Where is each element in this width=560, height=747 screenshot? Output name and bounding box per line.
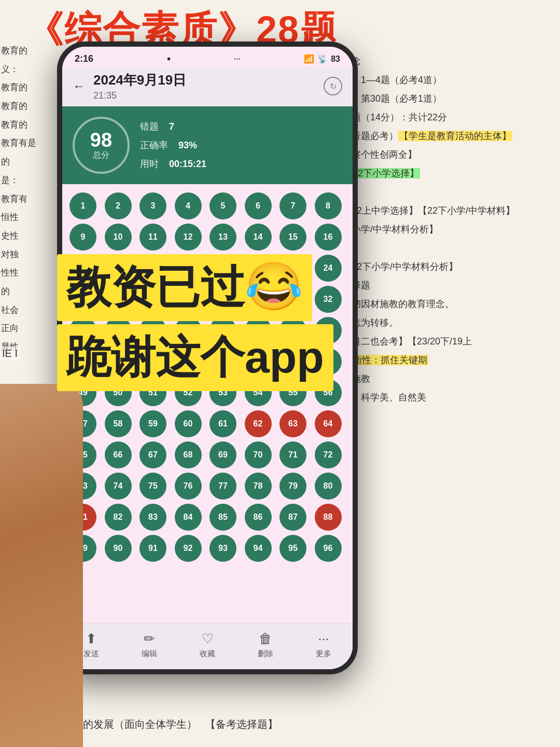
question-bubble-29[interactable]: 29 xyxy=(209,286,236,313)
question-bubble-50[interactable]: 50 xyxy=(105,379,132,406)
refresh-icon[interactable]: ↻ xyxy=(324,77,342,95)
question-bubble-30[interactable]: 30 xyxy=(245,286,272,313)
question-bubble-63[interactable]: 63 xyxy=(279,410,306,437)
question-bubble-18[interactable]: 18 xyxy=(105,255,132,282)
toolbar-collect[interactable]: ♡ 收藏 xyxy=(200,631,215,659)
toolbar-send[interactable]: ⬆ 发送 xyxy=(83,631,99,659)
question-bubble-40[interactable]: 40 xyxy=(315,317,342,344)
question-bubble-37[interactable]: 37 xyxy=(209,317,236,344)
question-bubble-33[interactable]: 33 xyxy=(69,317,96,344)
question-bubble-25[interactable]: 25 xyxy=(69,286,96,313)
question-bubble-1[interactable]: 1 xyxy=(69,192,96,219)
question-bubble-11[interactable]: 11 xyxy=(139,224,166,251)
question-bubble-23[interactable]: 23 xyxy=(279,255,306,282)
question-bubble-60[interactable]: 60 xyxy=(175,410,202,437)
question-bubble-85[interactable]: 85 xyxy=(209,504,236,531)
question-bubble-77[interactable]: 77 xyxy=(209,473,236,500)
question-bubble-7[interactable]: 7 xyxy=(279,192,306,219)
question-bubble-51[interactable]: 51 xyxy=(139,379,166,406)
question-bubble-42[interactable]: 42 xyxy=(105,348,132,375)
question-bubble-36[interactable]: 36 xyxy=(175,317,202,344)
question-bubble-10[interactable]: 10 xyxy=(105,224,132,251)
more-icon: ··· xyxy=(318,631,329,647)
question-bubble-28[interactable]: 28 xyxy=(175,286,202,313)
question-bubble-9[interactable]: 9 xyxy=(69,224,96,251)
back-button[interactable]: ← xyxy=(73,79,85,93)
question-bubble-86[interactable]: 86 xyxy=(245,504,272,531)
question-bubble-58[interactable]: 58 xyxy=(105,410,132,437)
question-bubble-90[interactable]: 90 xyxy=(105,535,132,562)
question-bubble-19[interactable]: 19 xyxy=(139,255,166,282)
question-bubble-83[interactable]: 83 xyxy=(139,504,166,531)
question-bubble-64[interactable]: 64 xyxy=(315,410,342,437)
question-bubble-56[interactable]: 56 xyxy=(315,379,342,406)
question-bubble-31[interactable]: 31 xyxy=(279,286,306,313)
question-bubble-66[interactable]: 66 xyxy=(105,441,132,468)
question-bubble-3[interactable]: 3 xyxy=(139,192,166,219)
question-bubble-43[interactable]: 43 xyxy=(139,348,166,375)
question-bubble-59[interactable]: 59 xyxy=(139,410,166,437)
question-bubble-39[interactable]: 39 xyxy=(279,317,306,344)
question-bubble-48[interactable]: 48 xyxy=(315,348,342,375)
question-bubble-68[interactable]: 68 xyxy=(175,441,202,468)
question-bubble-6[interactable]: 6 xyxy=(245,192,272,219)
question-bubble-93[interactable]: 93 xyxy=(209,535,236,562)
ie-indicator: IE I xyxy=(0,347,20,361)
toolbar-edit[interactable]: ✏ 编辑 xyxy=(142,631,157,659)
question-bubble-8[interactable]: 8 xyxy=(315,192,342,219)
question-bubble-75[interactable]: 75 xyxy=(139,473,166,500)
question-bubble-13[interactable]: 13 xyxy=(209,224,236,251)
question-bubble-78[interactable]: 78 xyxy=(245,473,272,500)
question-bubble-34[interactable]: 34 xyxy=(105,317,132,344)
question-bubble-53[interactable]: 53 xyxy=(209,379,236,406)
question-bubble-76[interactable]: 76 xyxy=(175,473,202,500)
question-bubble-5[interactable]: 5 xyxy=(209,192,236,219)
toolbar-more[interactable]: ··· 更多 xyxy=(316,631,331,659)
question-bubble-55[interactable]: 55 xyxy=(279,379,306,406)
question-bubble-67[interactable]: 67 xyxy=(139,441,166,468)
question-bubble-21[interactable]: 21 xyxy=(209,255,236,282)
question-bubble-91[interactable]: 91 xyxy=(139,535,166,562)
question-bubble-84[interactable]: 84 xyxy=(175,504,202,531)
question-bubble-96[interactable]: 96 xyxy=(315,535,342,562)
question-bubble-12[interactable]: 12 xyxy=(175,224,202,251)
question-bubble-47[interactable]: 47 xyxy=(279,348,306,375)
question-bubble-88[interactable]: 88 xyxy=(315,504,342,531)
question-bubble-17[interactable]: 17 xyxy=(69,255,96,282)
question-bubble-41[interactable]: 41 xyxy=(69,348,96,375)
question-bubble-15[interactable]: 15 xyxy=(279,224,306,251)
question-bubble-22[interactable]: 22 xyxy=(245,255,272,282)
question-bubble-72[interactable]: 72 xyxy=(315,441,342,468)
question-bubble-38[interactable]: 38 xyxy=(245,317,272,344)
question-bubble-92[interactable]: 92 xyxy=(175,535,202,562)
question-bubble-44[interactable]: 44 xyxy=(175,348,202,375)
question-bubble-2[interactable]: 2 xyxy=(105,192,132,219)
toolbar-delete[interactable]: 🗑 删除 xyxy=(258,631,273,659)
question-bubble-32[interactable]: 32 xyxy=(315,286,342,313)
question-bubble-94[interactable]: 94 xyxy=(245,535,272,562)
question-bubble-35[interactable]: 35 xyxy=(139,317,166,344)
question-bubble-80[interactable]: 80 xyxy=(315,473,342,500)
question-bubble-14[interactable]: 14 xyxy=(245,224,272,251)
question-bubble-26[interactable]: 26 xyxy=(105,286,132,313)
question-bubble-69[interactable]: 69 xyxy=(209,441,236,468)
question-bubble-70[interactable]: 70 xyxy=(245,441,272,468)
question-bubble-74[interactable]: 74 xyxy=(105,473,132,500)
question-bubble-71[interactable]: 71 xyxy=(279,441,306,468)
question-bubble-45[interactable]: 45 xyxy=(209,348,236,375)
question-bubble-62[interactable]: 62 xyxy=(245,410,272,437)
question-bubble-95[interactable]: 95 xyxy=(279,535,306,562)
question-bubble-52[interactable]: 52 xyxy=(175,379,202,406)
question-bubble-54[interactable]: 54 xyxy=(245,379,272,406)
question-bubble-87[interactable]: 87 xyxy=(279,504,306,531)
question-bubble-79[interactable]: 79 xyxy=(279,473,306,500)
question-bubble-46[interactable]: 46 xyxy=(245,348,272,375)
question-bubble-24[interactable]: 24 xyxy=(315,255,342,282)
question-bubble-27[interactable]: 27 xyxy=(139,286,166,313)
question-bubble-20[interactable]: 20 xyxy=(175,255,202,282)
question-bubble-61[interactable]: 61 xyxy=(209,410,236,437)
question-bubble-4[interactable]: 4 xyxy=(175,192,202,219)
collect-icon: ♡ xyxy=(202,631,214,647)
question-bubble-82[interactable]: 82 xyxy=(105,504,132,531)
question-bubble-16[interactable]: 16 xyxy=(315,224,342,251)
